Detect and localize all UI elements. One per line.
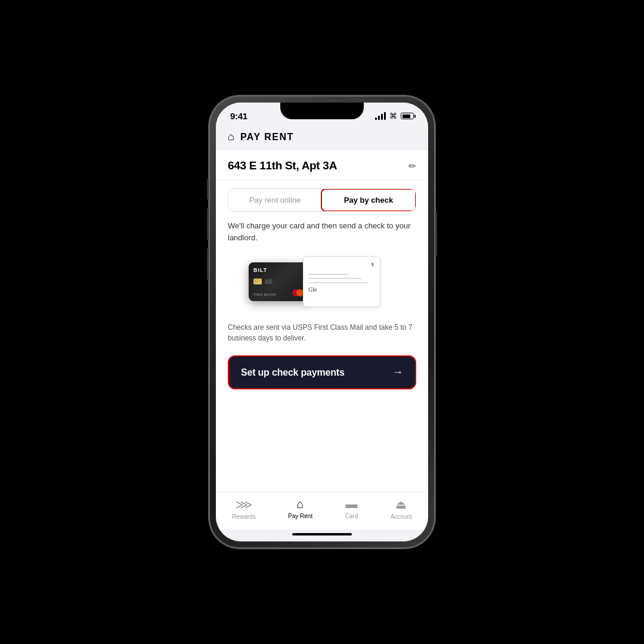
- bottom-nav: ⋙ Rewards ⌂ Pay Rent ▬ Card ⏏ Account: [216, 492, 428, 530]
- pay-rent-nav-icon: ⌂: [297, 497, 304, 511]
- description-text: We'll charge your card and then send a c…: [216, 220, 428, 250]
- status-icons: ⌘: [375, 112, 414, 120]
- nav-label-account: Account: [391, 513, 412, 520]
- arrow-right-icon: →: [392, 366, 403, 379]
- card-bottom: THEO MAJOR: [253, 289, 304, 296]
- mastercard-logo: [292, 289, 304, 296]
- card-nav-icon: ▬: [345, 497, 357, 511]
- address-row: 643 E 11th St, Apt 3A ✏: [216, 150, 428, 180]
- info-text: Checks are sent via USPS First Class Mai…: [216, 322, 428, 353]
- battery-icon: [401, 113, 414, 119]
- nav-label-rewards: Rewards: [232, 513, 255, 520]
- edit-icon[interactable]: ✏: [408, 160, 416, 172]
- card-grid-icon: [264, 278, 273, 284]
- main-content: 643 E 11th St, Apt 3A ✏ Pay rent online …: [216, 150, 428, 492]
- card-chip-icon: [253, 278, 262, 284]
- account-nav-icon: ⏏: [395, 497, 407, 512]
- check-amount: $: [371, 262, 374, 267]
- phone-screen: 9:41 ⌘ ⌂ PAY RENT 64: [216, 103, 428, 541]
- check-illustration: $ Gle: [303, 256, 380, 307]
- card-chip-row: [253, 278, 304, 284]
- card-cardholder: THEO MAJOR: [253, 293, 276, 296]
- credit-card: BILT THEO MAJOR: [249, 262, 308, 301]
- nav-item-pay-rent[interactable]: ⌂ Pay Rent: [288, 497, 312, 520]
- check-signature: Gle: [308, 286, 375, 293]
- signal-icon: [375, 113, 386, 120]
- home-bar: [292, 533, 352, 535]
- address-text: 643 E 11th St, Apt 3A: [228, 159, 337, 172]
- volume-down-button: [207, 247, 209, 280]
- cta-label: Set up check payments: [241, 367, 345, 378]
- volume-up-button: [207, 208, 209, 240]
- tab-pay-by-check[interactable]: Pay by check: [321, 188, 416, 212]
- app-header: ⌂ PAY RENT: [216, 126, 428, 150]
- nav-label-pay-rent: Pay Rent: [288, 513, 312, 519]
- phone-device: 9:41 ⌘ ⌂ PAY RENT 64: [209, 95, 435, 549]
- tab-pay-rent-online[interactable]: Pay rent online: [228, 189, 321, 211]
- card-brand-label: BILT: [253, 267, 304, 273]
- nav-item-rewards[interactable]: ⋙ Rewards: [232, 497, 255, 520]
- page-title: PAY RENT: [240, 132, 294, 143]
- tab-switcher: Pay rent online Pay by check: [228, 188, 416, 212]
- rewards-icon: ⋙: [236, 497, 252, 512]
- home-indicator-area: [216, 530, 428, 541]
- wifi-icon: ⌘: [389, 112, 397, 120]
- nav-item-account[interactable]: ⏏ Account: [391, 497, 412, 520]
- check-lines: [308, 274, 375, 283]
- status-time: 9:41: [230, 111, 247, 121]
- nav-label-card: Card: [345, 513, 358, 519]
- volume-silent-button: [207, 179, 209, 200]
- notch: [280, 103, 364, 119]
- power-button: [435, 212, 437, 256]
- nav-item-card[interactable]: ▬ Card: [345, 497, 358, 520]
- setup-check-payments-button[interactable]: Set up check payments →: [228, 355, 416, 389]
- illustration-area: BILT THEO MAJOR: [216, 250, 428, 322]
- house-icon: ⌂: [228, 131, 234, 143]
